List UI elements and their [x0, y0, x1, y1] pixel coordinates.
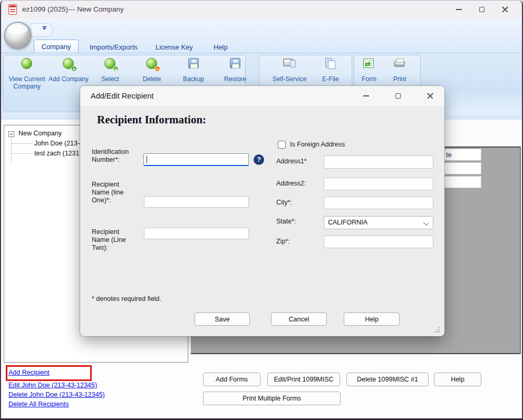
- recipient-name-two-input[interactable]: [144, 228, 249, 239]
- printer-icon: [393, 57, 406, 71]
- app-window: ez1099 (2025)--- New Company Company Imp…: [0, 0, 523, 420]
- is-foreign-address-checkbox[interactable]: [278, 141, 286, 149]
- dialog-title: Add/Edit Recipient: [91, 92, 153, 100]
- spreadsheet-arrows-icon: [362, 57, 376, 71]
- recipient-name-one-label: Recipient Name (line One)*:: [92, 181, 135, 204]
- dialog-heading: Recipient Information:: [97, 113, 206, 126]
- delete-1099misc-button[interactable]: Delete 1099MISC #1: [346, 373, 429, 386]
- maximize-button[interactable]: [470, 1, 493, 18]
- identification-number-input[interactable]: [143, 153, 249, 166]
- state-selected-value: CALIFORNIA: [328, 219, 367, 226]
- maximize-icon: [479, 7, 485, 12]
- state-label: State*:: [276, 218, 296, 226]
- zip-input[interactable]: [324, 236, 433, 248]
- address1-input[interactable]: [324, 155, 433, 169]
- city-label: City*:: [276, 199, 292, 207]
- city-input[interactable]: [324, 197, 433, 209]
- close-icon: [501, 6, 509, 13]
- minimize-icon: [456, 9, 462, 10]
- address2-input[interactable]: [324, 178, 433, 190]
- tab-help[interactable]: Help: [208, 41, 233, 53]
- recipient-name-one-input[interactable]: [144, 196, 249, 208]
- add-edit-recipient-dialog: Add/Edit Recipient Recipient Information…: [80, 86, 444, 336]
- link-add-recipient[interactable]: Add Recipient: [8, 369, 50, 376]
- app-logo-icon: [8, 4, 17, 15]
- tree-collapse-icon[interactable]: [8, 131, 14, 137]
- close-icon: [427, 92, 434, 100]
- dialog-maximize-button[interactable]: [386, 86, 410, 106]
- tree-item-recipient[interactable]: John Doe (213-4: [34, 140, 83, 147]
- tab-license-key[interactable]: License Key: [150, 41, 198, 53]
- minimize-icon: [363, 95, 369, 96]
- computer-icon: [283, 57, 296, 71]
- save-button[interactable]: Save: [195, 312, 250, 326]
- link-edit-recipient[interactable]: Edit John Doe (213-43-12345): [8, 382, 97, 389]
- close-button[interactable]: [493, 1, 517, 18]
- tree-connector: [12, 153, 33, 154]
- resize-grip[interactable]: [434, 327, 440, 333]
- link-delete-recipient[interactable]: Delete John Doe (213-43-12345): [8, 391, 105, 398]
- recipient-name-two-label: Recipient Name (Line Two):: [92, 228, 135, 252]
- window-title: ez1099 (2025)--- New Company: [22, 5, 124, 13]
- quick-access-toolbar: [31, 23, 53, 37]
- link-delete-all-recipients[interactable]: Delete All Recipients: [8, 401, 69, 408]
- dialog-close-button[interactable]: [419, 86, 442, 106]
- ribbon-button-view-current-company[interactable]: View Current Company: [6, 56, 47, 109]
- dialog-minimize-button[interactable]: [354, 86, 377, 106]
- floppy-disk-icon: [187, 57, 200, 71]
- dialog-titlebar[interactable]: Add/Edit Recipient: [80, 86, 444, 106]
- minimize-button[interactable]: [447, 1, 470, 18]
- document-pages-icon: [324, 57, 337, 71]
- required-field-note: * denotes required field.: [92, 295, 161, 303]
- dialog-help-button[interactable]: Help: [344, 312, 400, 326]
- tree-item-recipient[interactable]: test zach (1231: [34, 150, 79, 157]
- tree-connector: [11, 138, 12, 163]
- globe-delete-icon: [145, 57, 159, 71]
- text-caret: [147, 155, 147, 163]
- zip-label: Zip*:: [276, 238, 290, 246]
- identification-number-label: Identification Number*:: [92, 148, 142, 164]
- globe-add-icon: [62, 57, 75, 71]
- tree-root-company[interactable]: New Company: [18, 130, 62, 137]
- add-forms-button[interactable]: Add Forms: [203, 373, 260, 386]
- titlebar[interactable]: ez1099 (2025)--- New Company: [1, 1, 522, 19]
- globe-select-icon: [103, 57, 117, 71]
- cancel-button[interactable]: Cancel: [271, 312, 327, 326]
- edit-print-1099misc-button[interactable]: Edit/Print 1099MISC: [267, 373, 340, 386]
- chevron-down-icon: [423, 220, 429, 226]
- help-button-main[interactable]: Help: [434, 373, 481, 386]
- address1-label: Address1*: [276, 158, 307, 165]
- tab-imports-exports[interactable]: Imports/Exports: [84, 41, 143, 53]
- tab-company[interactable]: Company: [34, 40, 79, 53]
- maximize-icon: [395, 93, 401, 99]
- floppy-disk-icon: [228, 57, 242, 71]
- is-foreign-address-label: Is Foreign Address: [290, 141, 345, 149]
- globe-icon: [20, 57, 34, 71]
- ribbon-tab-row: Company Imports/Exports License Key Help: [1, 40, 522, 53]
- print-multiple-forms-button[interactable]: Print Multiple Forms: [203, 392, 341, 405]
- state-select[interactable]: CALIFORNIA: [324, 216, 433, 229]
- address2-label: Address2:: [276, 180, 306, 188]
- help-icon[interactable]: [254, 154, 264, 165]
- tree-connector: [12, 143, 33, 144]
